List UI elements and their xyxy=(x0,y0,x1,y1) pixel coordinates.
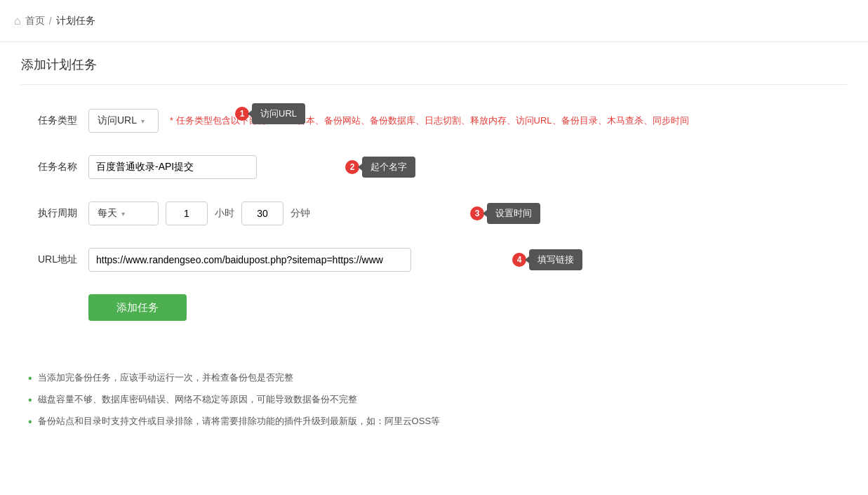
form-row-task-type: 任务类型 访问URL ▾ * 任务类型包含以下部分：Shell脚本、备份网站、备… xyxy=(21,109,847,133)
url-label: URL地址 xyxy=(21,248,77,266)
note-bullet-2: • xyxy=(28,393,32,408)
task-type-label: 任务类型 xyxy=(21,109,77,127)
form-row-task-name: 任务名称 2 起个名字 xyxy=(21,155,847,179)
url-controls xyxy=(88,248,847,272)
name-tooltip-wrapper: 2 起个名字 xyxy=(345,157,415,178)
period-select[interactable]: 每天 ▾ xyxy=(88,202,159,225)
note-item-2: • 磁盘容量不够、数据库密码错误、网络不稳定等原因，可能导致数据备份不完整 xyxy=(28,393,840,408)
notes-section: • 当添加完备份任务，应该手动运行一次，并检查备份包是否完整 • 磁盘容量不够、… xyxy=(21,371,847,429)
note-item-1: • 当添加完备份任务，应该手动运行一次，并检查备份包是否完整 xyxy=(28,371,840,386)
form-section: 任务类型 访问URL ▾ * 任务类型包含以下部分：Shell脚本、备份网站、备… xyxy=(21,102,847,350)
period-tooltip-text: 设置时间 xyxy=(495,207,532,220)
type-badge: 1 xyxy=(235,107,249,121)
url-tooltip: 填写链接 xyxy=(529,249,582,270)
url-tooltip-wrapper: 4 填写链接 xyxy=(512,249,582,270)
page-content: 添加计划任务 任务类型 访问URL ▾ * 任务类型包含以下部分：Shell脚本… xyxy=(0,42,868,450)
note-text-1: 当添加完备份任务，应该手动运行一次，并检查备份包是否完整 xyxy=(38,371,293,384)
period-hour-unit: 小时 xyxy=(215,207,234,220)
name-tooltip: 起个名字 xyxy=(362,157,415,178)
name-badge: 2 xyxy=(345,160,359,174)
home-icon: ⌂ xyxy=(14,15,21,27)
top-bar: ⌂ 首页 / 计划任务 xyxy=(0,0,868,42)
url-badge: 4 xyxy=(512,253,526,267)
period-minute-unit: 分钟 xyxy=(291,207,310,220)
note-bullet-1: • xyxy=(28,371,32,386)
task-name-label: 任务名称 xyxy=(21,155,77,173)
period-tooltip-wrapper: 3 设置时间 xyxy=(470,203,540,224)
type-tooltip: 访问URL xyxy=(252,103,305,124)
breadcrumb-current: 计划任务 xyxy=(56,15,95,27)
note-text-3: 备份站点和目录时支持文件或目录排除，请将需要排除功能的插件升级到最新版，如：阿里… xyxy=(38,415,440,428)
period-tooltip: 设置时间 xyxy=(487,203,540,224)
breadcrumb-home[interactable]: 首页 xyxy=(25,15,45,27)
url-tooltip-text: 填写链接 xyxy=(538,253,574,266)
period-minute-input[interactable] xyxy=(241,202,283,225)
breadcrumb: ⌂ 首页 / 计划任务 xyxy=(14,15,95,27)
note-item-3: • 备份站点和目录时支持文件或目录排除，请将需要排除功能的插件升级到最新版，如：… xyxy=(28,415,840,430)
form-row-url: URL地址 4 填写链接 xyxy=(21,248,847,272)
note-bullet-3: • xyxy=(28,415,32,430)
name-tooltip-text: 起个名字 xyxy=(370,161,407,173)
task-type-select[interactable]: 访问URL ▾ xyxy=(88,109,159,133)
period-label: 执行周期 xyxy=(21,202,77,220)
page-title: 添加计划任务 xyxy=(21,56,847,85)
type-tooltip-wrapper: 1 访问URL xyxy=(235,103,305,124)
task-type-value: 访问URL xyxy=(98,114,137,127)
note-text-2: 磁盘容量不够、数据库密码错误、网络不稳定等原因，可能导致数据备份不完整 xyxy=(38,393,357,406)
period-dropdown-arrow-icon: ▾ xyxy=(121,210,125,218)
form-row-submit: 添加任务 xyxy=(88,294,847,321)
period-hour-input[interactable] xyxy=(166,202,208,225)
task-name-controls xyxy=(88,155,847,179)
task-name-input[interactable] xyxy=(88,155,257,179)
period-badge: 3 xyxy=(470,206,484,220)
url-input[interactable] xyxy=(88,248,411,272)
type-tooltip-text: 访问URL xyxy=(260,107,297,120)
breadcrumb-separator: / xyxy=(49,15,52,27)
period-controls: 每天 ▾ 小时 分钟 xyxy=(88,202,847,225)
period-value: 每天 xyxy=(98,207,117,220)
form-row-period: 执行周期 每天 ▾ 小时 分钟 3 设置时间 xyxy=(21,202,847,225)
dropdown-arrow-icon: ▾ xyxy=(141,117,145,125)
task-type-controls: 访问URL ▾ * 任务类型包含以下部分：Shell脚本、备份网站、备份数据库、… xyxy=(88,109,847,133)
add-task-button[interactable]: 添加任务 xyxy=(88,294,187,321)
